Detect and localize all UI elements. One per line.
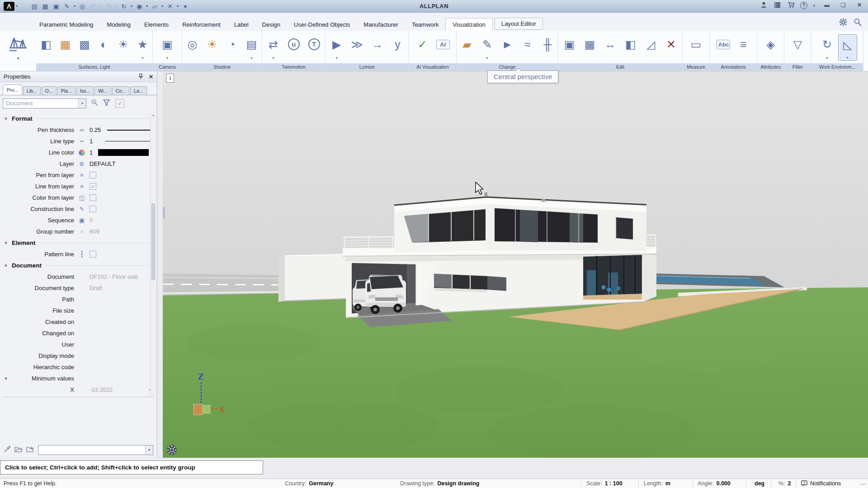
section-view-icon[interactable]: ◺▾: [838, 34, 857, 61]
save-favorite-icon[interactable]: [26, 446, 34, 455]
apply-format-icon[interactable]: ►: [498, 34, 517, 61]
viewport-scroll-thumb[interactable]: [163, 207, 165, 219]
window-shade-icon[interactable]: ▤▾: [242, 34, 261, 61]
viewport-info-icon[interactable]: i: [166, 74, 174, 83]
twinmotion-sync-dropdown-icon[interactable]: ▾: [264, 56, 283, 60]
properties-tab-7[interactable]: Co...: [112, 86, 129, 95]
text-icon[interactable]: Abc: [714, 34, 733, 61]
tab-user-defined-objects[interactable]: User-Defined Objects: [287, 19, 357, 31]
section-header-format[interactable]: ▼Format: [0, 113, 157, 124]
move-icon[interactable]: ↔: [601, 34, 620, 61]
tools-icon[interactable]: ✕: [165, 2, 175, 11]
shop-cart-icon[interactable]: [787, 1, 796, 9]
surface-settings-icon[interactable]: ▩: [75, 34, 94, 61]
actionbar-launcher[interactable]: ▾: [0, 31, 36, 71]
checkbox-line-from-layer[interactable]: ✓: [90, 183, 96, 190]
user-account-icon[interactable]: [760, 1, 769, 9]
pin-icon[interactable]: [138, 73, 143, 81]
measure-icon[interactable]: ▭: [687, 34, 706, 61]
camera-settings-dropdown-icon[interactable]: ▾: [158, 56, 177, 60]
properties-tab-2[interactable]: Lib...: [23, 86, 41, 95]
favorites-dropdown-icon[interactable]: ▾: [145, 446, 153, 455]
property-value[interactable]: DF102 - Floor slab: [90, 273, 138, 280]
property-value[interactable]: 0.25: [90, 127, 101, 133]
property-value[interactable]: 0: [90, 217, 93, 224]
edit-dropdown-icon[interactable]: ▾: [74, 4, 75, 8]
close-button[interactable]: ✕: [854, 1, 865, 9]
viewport-3d[interactable]: Z X i: [163, 71, 868, 458]
eraser-icon[interactable]: ▰: [458, 34, 476, 61]
modify-line-icon[interactable]: ≈: [518, 34, 537, 61]
properties-tab-6[interactable]: Wi...: [94, 86, 111, 95]
apply-surface-icon[interactable]: ▦: [57, 34, 75, 61]
close-panel-icon[interactable]: ✕: [149, 74, 153, 80]
sun-position-icon[interactable]: ☀: [203, 34, 222, 61]
filter-properties-icon[interactable]: [103, 99, 110, 108]
shadow-settings-icon[interactable]: ◎: [183, 34, 202, 61]
scrollbar-thumb[interactable]: [151, 203, 155, 280]
minimize-button[interactable]: ▬: [821, 1, 833, 9]
help-dropdown-icon[interactable]: ▾: [813, 4, 815, 8]
twinmotion-export-icon[interactable]: T: [305, 34, 324, 61]
project-light-icon[interactable]: ☀: [114, 34, 132, 61]
label-lines-icon[interactable]: ≡: [734, 34, 753, 61]
preview-icon[interactable]: ◉: [134, 2, 144, 11]
tools-dropdown-icon[interactable]: ▾: [177, 4, 179, 8]
section-header-document[interactable]: ▼Document: [0, 260, 157, 271]
checkbox-construction-line[interactable]: [90, 206, 96, 212]
section-header-element[interactable]: ▼Element: [0, 237, 157, 249]
rotate-view-dropdown-icon[interactable]: ▾: [818, 56, 837, 60]
checkbox-pen-from-layer[interactable]: [90, 172, 96, 178]
collapse-icon[interactable]: ▼: [0, 376, 12, 381]
undo-icon[interactable]: ↶: [88, 2, 98, 11]
section-view-dropdown-icon[interactable]: ▾: [839, 56, 857, 60]
edit-pen-dropdown-icon[interactable]: ▾: [478, 56, 497, 60]
properties-tab-3[interactable]: O...: [42, 86, 57, 95]
property-value[interactable]: -33.3522: [90, 386, 113, 393]
properties-scrollbar[interactable]: ▴: [150, 113, 156, 397]
properties-tab-1[interactable]: Pro...: [3, 84, 22, 95]
tab-label[interactable]: Label: [227, 19, 255, 31]
copy-icon[interactable]: ▣: [560, 34, 579, 61]
minimum-values-header[interactable]: ▼Minimum values: [0, 373, 157, 384]
undo-dropdown-icon[interactable]: ▾: [100, 4, 102, 8]
refresh-icon[interactable]: ↻: [119, 2, 129, 11]
zoom-select-icon[interactable]: [91, 99, 99, 108]
checkbox-color-from-layer[interactable]: [90, 194, 96, 201]
document-selector[interactable]: Document ▾: [3, 99, 86, 108]
tab-design[interactable]: Design: [255, 19, 287, 31]
selector-dropdown-icon[interactable]: ▾: [78, 99, 86, 108]
scroll-up-icon[interactable]: ▴: [151, 113, 156, 117]
window-2-icon[interactable]: ▱: [150, 2, 160, 11]
rotate-view-icon[interactable]: ↻▾: [818, 34, 837, 61]
apply-checkmark-icon[interactable]: ✓: [115, 99, 124, 108]
filter-icon[interactable]: ▽: [788, 34, 807, 61]
properties-tab-5[interactable]: Iss...: [76, 86, 94, 95]
collapse-icon[interactable]: ▼: [0, 263, 12, 268]
property-value[interactable]: Draft: [90, 285, 102, 291]
customize-toolbar-icon[interactable]: ▾: [180, 2, 190, 11]
resize-grip[interactable]: ▪▪▪: [860, 482, 867, 487]
tab-parametric-modeling[interactable]: Parametric Modeling: [33, 19, 100, 31]
ai-render-icon[interactable]: AI: [434, 34, 453, 61]
ai-check-icon[interactable]: ✓: [413, 34, 432, 61]
tab-visualization[interactable]: Visualization: [445, 18, 493, 31]
mirror-icon[interactable]: ◧: [621, 34, 640, 61]
properties-tab-4[interactable]: Pla...: [57, 86, 75, 95]
server-icon[interactable]: [773, 2, 782, 9]
lumion-movie-icon[interactable]: ≫: [348, 34, 367, 61]
surface-render-icon[interactable]: ◧: [37, 34, 55, 61]
shadow-image-icon[interactable]: ◔: [223, 34, 241, 61]
line-color-swatch[interactable]: [98, 149, 149, 156]
collapse-icon[interactable]: ▼: [0, 241, 12, 245]
lumion-livesync-icon[interactable]: y: [388, 34, 407, 61]
ambient-light-icon[interactable]: ◐: [95, 34, 113, 61]
notifications-icon[interactable]: [801, 480, 807, 487]
tab-reinforcement[interactable]: Reinforcement: [175, 19, 227, 31]
tab-teamwork[interactable]: Teamwork: [405, 19, 445, 31]
redo-icon[interactable]: ↷: [104, 2, 113, 11]
lumion-play-dropdown-icon[interactable]: ▾: [327, 56, 346, 60]
open-icon[interactable]: ▦: [40, 2, 50, 11]
tab-elements[interactable]: Elements: [137, 19, 175, 31]
edit-pen-icon[interactable]: ✎▾: [478, 34, 497, 61]
